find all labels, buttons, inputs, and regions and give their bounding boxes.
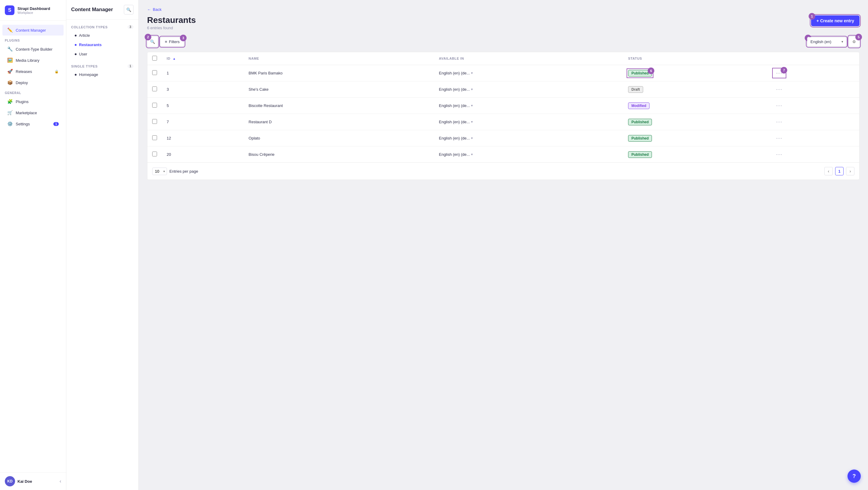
back-label: Back: [153, 7, 161, 12]
sidebar-item-marketplace[interactable]: 🛒 Marketplace: [2, 107, 64, 118]
row-name: Biscotte Restaurant: [244, 98, 434, 114]
content-body: ← Back Restaurants 6 entries found + Cre…: [138, 0, 868, 490]
marketplace-icon: 🛒: [7, 110, 13, 115]
user-footer: KD Kai Doe ‹: [0, 472, 66, 490]
available-in-column-header: AVAILABLE IN: [434, 52, 623, 65]
sidebar-item-label: Content-Type Builder: [16, 47, 53, 52]
row-actions: ···: [769, 130, 859, 147]
sidebar-item-content-type-builder[interactable]: 🔧 Content-Type Builder: [2, 44, 64, 55]
row-more-button[interactable]: ···: [774, 134, 785, 142]
id-column-header[interactable]: ID ▲: [162, 52, 244, 65]
settings-badge: 1: [53, 122, 59, 126]
row-checkbox[interactable]: [152, 135, 157, 140]
page-controls: ‹ 1 ›: [824, 167, 855, 175]
sidebar-nav: ✏️ Content Manager PLUGINS 🔧 Content-Typ…: [0, 21, 66, 472]
next-page-button[interactable]: ›: [846, 167, 855, 175]
table-row: 3 She's Cake English (en) (de... ▾ Draft…: [147, 81, 859, 98]
row-checkbox[interactable]: [152, 87, 157, 91]
annotation-badge-6: 6: [648, 67, 654, 74]
prev-page-button[interactable]: ‹: [824, 167, 833, 175]
lang-dropdown-icon[interactable]: ▾: [471, 87, 473, 91]
row-checkbox[interactable]: [152, 70, 157, 75]
table-row: 20 Bisou Crêperie English (en) (de... ▾ …: [147, 147, 859, 163]
nav-item-article[interactable]: Article: [66, 31, 138, 40]
select-all-checkbox[interactable]: [152, 56, 157, 61]
single-types-header: SINGLE TYPES 1: [66, 62, 138, 70]
create-new-entry-button[interactable]: + Create new entry: [811, 16, 860, 26]
sidebar-item-settings[interactable]: ⚙️ Settings 1: [2, 118, 64, 129]
row-checkbox-cell: [147, 98, 162, 114]
annotation-badge-7: 7: [781, 67, 787, 73]
lang-dropdown-icon[interactable]: ▾: [471, 71, 473, 75]
collapse-icon[interactable]: ‹: [60, 479, 61, 484]
sidebar-item-deploy[interactable]: 📦 Deploy: [2, 77, 64, 88]
collection-types-header: COLLECTION TYPES 3: [66, 23, 138, 31]
search-btn-wrapper: 🔍 2: [147, 36, 158, 47]
row-more-button[interactable]: ···: [774, 102, 785, 110]
back-link[interactable]: ← Back: [147, 7, 860, 12]
row-name: She's Cake: [244, 81, 434, 98]
row-more-button[interactable]: ···: [774, 118, 785, 126]
table-row: 5 Biscotte Restaurant English (en) (de..…: [147, 98, 859, 114]
back-arrow-icon: ←: [147, 7, 151, 12]
releases-icon: 🚀: [7, 69, 13, 74]
middle-search-button[interactable]: 🔍: [124, 5, 133, 14]
sidebar-item-releases[interactable]: 🚀 Releases 🔒: [2, 66, 64, 77]
brand-icon: S: [5, 5, 14, 15]
dot-icon: [75, 44, 76, 46]
row-checkbox[interactable]: [152, 152, 157, 156]
row-more-button[interactable]: ···: [774, 151, 785, 158]
row-available: English (en) (de... ▾: [434, 65, 623, 81]
plugins-label: PLUGINS: [0, 36, 66, 43]
row-name: Restaurant D: [244, 114, 434, 130]
table-card: ID ▲ NAME AVAILABLE IN STATUS: [147, 52, 860, 180]
pagination-bar: 10 25 50 Entries per page ‹ 1 ›: [147, 162, 859, 180]
content-manager-icon: ✏️: [7, 27, 13, 33]
row-checkbox[interactable]: [152, 119, 157, 124]
plugins-icon: 🧩: [7, 99, 13, 104]
row-status: Published: [623, 130, 769, 147]
dot-icon: [75, 35, 76, 36]
sidebar-item-media-library[interactable]: 🖼️ Media Library: [2, 55, 64, 66]
row-id: 1: [162, 65, 244, 81]
sidebar-item-content-manager[interactable]: ✏️ Content Manager: [2, 25, 64, 36]
status-column-header: STATUS: [623, 52, 769, 65]
row-available: English (en) (de... ▾: [434, 114, 623, 130]
sort-icon: ▲: [173, 57, 176, 60]
annotation-badge-1: 1: [809, 13, 815, 20]
row-id: 3: [162, 81, 244, 98]
sidebar-item-plugins[interactable]: 🧩 Plugins: [2, 96, 64, 107]
status-badge: Published: [628, 135, 652, 142]
entries-table: ID ▲ NAME AVAILABLE IN STATUS: [147, 52, 859, 162]
brand-text: Strapi Dashboard Workplace: [18, 6, 50, 14]
row-more-button[interactable]: ···: [774, 86, 785, 93]
help-button[interactable]: ?: [847, 469, 861, 483]
row-id: 12: [162, 130, 244, 147]
status-badge: Published: [628, 151, 652, 158]
nav-item-user[interactable]: User: [66, 50, 138, 59]
nav-item-restaurants[interactable]: Restaurants: [66, 40, 138, 50]
lang-dropdown-icon[interactable]: ▾: [471, 136, 473, 140]
lang-dropdown-icon[interactable]: ▾: [471, 152, 473, 156]
sidebar-item-label: Releases: [16, 69, 32, 74]
table-body: 1 BMK Paris Bamako English (en) (de... ▾…: [147, 65, 859, 163]
row-actions: ···7: [769, 65, 859, 81]
settings-btn-wrapper: ⚙ 5: [849, 36, 860, 47]
brand-title: Strapi Dashboard: [18, 6, 50, 11]
per-page-label: Entries per page: [169, 169, 198, 174]
lang-dropdown-icon[interactable]: ▾: [471, 120, 473, 124]
row-status: Published6: [623, 65, 769, 81]
row-checkbox[interactable]: [152, 103, 157, 108]
lang-dropdown-icon[interactable]: ▾: [471, 104, 473, 108]
row-status: Draft: [623, 81, 769, 98]
page-top: Restaurants 6 entries found + Create new…: [147, 16, 860, 30]
dot-icon: [75, 53, 76, 55]
filter-btn-wrapper: ≡ Filters 3: [160, 37, 184, 47]
row-actions: ···: [769, 147, 859, 163]
nav-item-homepage[interactable]: Homepage: [66, 70, 138, 79]
row-id: 5: [162, 98, 244, 114]
per-page-select[interactable]: 10 25 50: [152, 167, 167, 175]
language-select[interactable]: English (en) French (fr) Spanish (es): [807, 37, 846, 47]
divider: [66, 19, 138, 20]
row-checkbox-cell: [147, 81, 162, 98]
